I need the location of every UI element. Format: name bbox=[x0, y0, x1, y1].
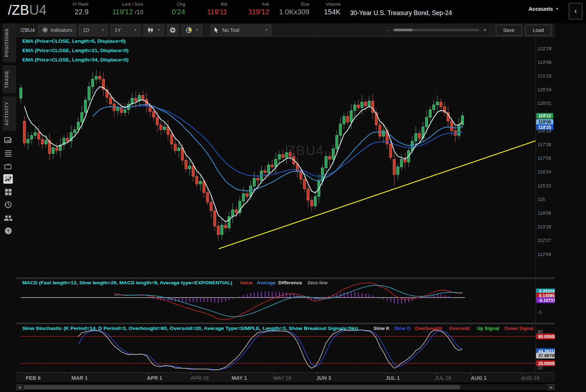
scrollbar-thumb[interactable] bbox=[24, 385, 460, 389]
candle-body bbox=[404, 159, 406, 162]
zoom-slider[interactable] bbox=[393, 29, 479, 31]
candle-body bbox=[343, 116, 345, 124]
chevron-down-icon: ▼ bbox=[134, 28, 137, 32]
candle-body bbox=[38, 132, 40, 139]
time-axis-label: JUN 3 bbox=[316, 375, 331, 381]
candle-body bbox=[332, 149, 335, 159]
candle-body bbox=[268, 165, 270, 173]
price-axis-label: 114'09 bbox=[538, 210, 551, 216]
candle-body bbox=[275, 159, 277, 167]
people-icon[interactable] bbox=[3, 213, 14, 223]
right-margin bbox=[555, 23, 586, 392]
list-icon[interactable] bbox=[3, 148, 14, 159]
help-icon[interactable]: ? bbox=[3, 225, 14, 236]
candle-body bbox=[311, 200, 313, 206]
field-label: Bid bbox=[221, 2, 227, 7]
candle-body bbox=[461, 116, 464, 125]
candle-body bbox=[418, 134, 421, 138]
field-label: Ask bbox=[262, 2, 269, 7]
candle-body bbox=[433, 105, 435, 109]
quote-field-chg: Chg0'24 bbox=[148, 2, 185, 16]
candle-body bbox=[368, 101, 371, 106]
news-icon[interactable] bbox=[3, 135, 14, 146]
indicators-icon bbox=[42, 27, 48, 33]
macd-study-label[interactable]: MACD (Fast length=12, Slow length=26, MA… bbox=[22, 280, 328, 285]
candle-body bbox=[31, 135, 33, 139]
price-axis-label: 113'18 bbox=[538, 224, 551, 229]
tv-icon[interactable] bbox=[3, 161, 14, 172]
gear-icon bbox=[169, 27, 176, 33]
price-axis-label: 115'23 bbox=[538, 183, 551, 188]
scroll-left-button[interactable]: ◀ bbox=[16, 384, 23, 391]
candle-body bbox=[336, 135, 338, 149]
candle-body bbox=[221, 225, 223, 235]
candle-body bbox=[246, 193, 248, 196]
candle-body bbox=[210, 202, 213, 211]
ema-study-label[interactable]: EMA (Price=CLOSE, Length=5, Displace=0) bbox=[22, 38, 126, 44]
drawing-tools-dropdown[interactable]: ▼ bbox=[182, 25, 202, 36]
chart-area[interactable]: ZBU4EMA (Price=CLOSE, Length=5, Displace… bbox=[16, 37, 555, 382]
indicators-label: Indicators bbox=[51, 27, 73, 33]
range-dropdown[interactable]: 1Y ▼ bbox=[111, 25, 140, 36]
history-icon[interactable] bbox=[3, 200, 14, 210]
candle-body bbox=[415, 134, 417, 141]
panel-divider[interactable] bbox=[16, 277, 555, 279]
candle-body bbox=[95, 76, 98, 79]
time-axis-label: JUL 1 bbox=[386, 375, 400, 381]
stoch-study-label[interactable]: Slow Stochastic (K Period=14, D Period=3… bbox=[22, 326, 534, 331]
sidebar-tab-activity[interactable]: ACTIVITY bbox=[3, 97, 16, 131]
field-value: 119'11 bbox=[207, 8, 227, 16]
axis-badge: 118'25 bbox=[536, 124, 553, 130]
candle-body bbox=[56, 148, 58, 151]
svg-text:-0.10737: -0.10737 bbox=[538, 298, 555, 303]
dashboard-icon[interactable] bbox=[3, 187, 14, 197]
chevron-down-icon: ▼ bbox=[555, 7, 559, 11]
zoom-in-button[interactable]: + bbox=[483, 27, 487, 33]
candle-body bbox=[156, 117, 159, 125]
scroll-right-button[interactable]: ▶ bbox=[548, 384, 555, 391]
candle-body bbox=[84, 100, 87, 113]
ema-study-label[interactable]: EMA (Price=CLOSE, Length=34, Displace=0) bbox=[22, 57, 129, 62]
axis-badge: 20.00000 bbox=[536, 360, 555, 366]
quote-field-bid: Bid119'11 bbox=[190, 2, 227, 16]
zoom-slider-thumb[interactable] bbox=[394, 29, 413, 31]
candle-body bbox=[153, 112, 155, 117]
svg-text:20.00000: 20.00000 bbox=[538, 361, 555, 366]
accounts-menu[interactable]: Accounts ▼ bbox=[529, 6, 559, 12]
field-label: IV Rank bbox=[73, 2, 88, 7]
candle-body bbox=[350, 111, 353, 122]
timeframe-value: 1D bbox=[83, 27, 89, 33]
price-axis-label: 117'28 bbox=[538, 142, 551, 147]
candle-body bbox=[347, 116, 349, 122]
candle-body bbox=[400, 159, 403, 167]
save-button[interactable]: Save bbox=[496, 25, 522, 36]
time-axis-label: MAR 1 bbox=[71, 375, 88, 381]
chart-settings-button[interactable] bbox=[167, 25, 178, 36]
active-tool-dropdown[interactable]: No Tool ▼ bbox=[210, 25, 271, 36]
load-button[interactable]: Load bbox=[525, 25, 551, 36]
candle-body bbox=[379, 125, 381, 136]
candle-body bbox=[357, 105, 360, 108]
chart-grid-icon[interactable] bbox=[3, 174, 14, 185]
chart-type-dropdown[interactable]: ▼ bbox=[144, 25, 164, 36]
collapse-panel-button[interactable]: ‹ bbox=[569, 3, 582, 19]
candle-body bbox=[425, 117, 428, 127]
chevron-down-icon: ▼ bbox=[265, 28, 268, 32]
zoom-out-button[interactable]: - bbox=[386, 27, 388, 33]
ema-study-label[interactable]: EMA (Price=CLOSE, Length=21, Displace=0) bbox=[22, 48, 129, 53]
candle-body bbox=[92, 79, 94, 87]
price-axis-label: 112'27 bbox=[538, 238, 551, 243]
sidebar-tab-trade[interactable]: TRADE bbox=[3, 65, 16, 93]
save-label: Save bbox=[503, 27, 515, 33]
time-axis-label: JUL 18 bbox=[435, 375, 451, 381]
panel-divider[interactable] bbox=[16, 323, 555, 324]
candle-body bbox=[232, 210, 234, 216]
chevron-left-icon: ‹ bbox=[574, 6, 577, 16]
candle-body bbox=[429, 109, 432, 117]
indicators-button[interactable]: Indicators bbox=[38, 25, 76, 36]
timeframe-dropdown[interactable]: 1D ▼ bbox=[79, 25, 108, 36]
field-value: 119'12 /10 bbox=[112, 8, 143, 16]
candle-body bbox=[81, 112, 83, 122]
sidebar-tab-positions[interactable]: POSITIONS bbox=[3, 23, 16, 62]
svg-text:119'12: 119'12 bbox=[538, 113, 551, 118]
